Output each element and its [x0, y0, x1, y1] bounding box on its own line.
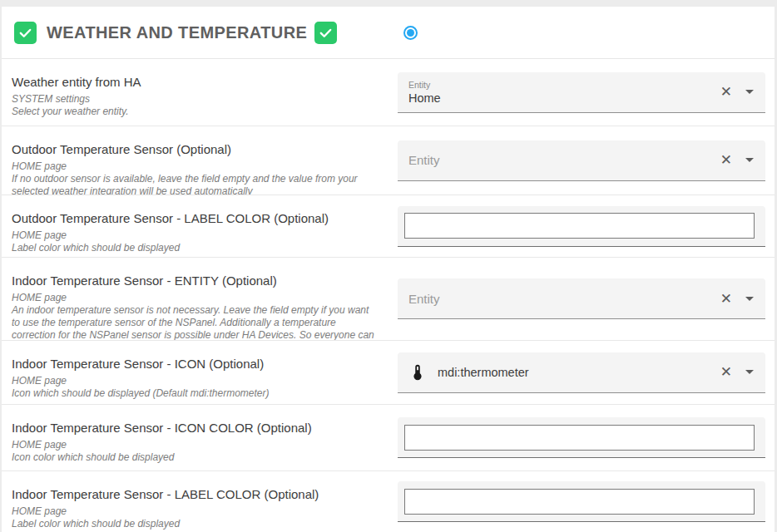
select-label: Entity [408, 80, 720, 90]
outdoor-label-color-input[interactable] [404, 213, 755, 239]
select-placeholder: Entity [408, 292, 720, 306]
row-title: Outdoor Temperature Sensor (Optional) [12, 142, 376, 156]
thermometer-icon [408, 363, 427, 382]
indoor-temp-entity-select[interactable]: Entity ✕ [398, 278, 765, 319]
row-text: Indoor Temperature Sensor - ICON (Option… [2, 341, 376, 404]
row-title: Indoor Temperature Sensor - ICON (Option… [12, 357, 376, 371]
field-area [398, 206, 765, 247]
chevron-down-icon[interactable] [745, 370, 754, 374]
section-title: WEATHER AND TEMPERATURE [47, 23, 307, 42]
indoor-temp-icon-select[interactable]: mdi:thermometer ✕ [398, 352, 765, 393]
row-text: Indoor Temperature Sensor - ICON COLOR (… [2, 405, 376, 470]
row-description: Select your weather entity. [12, 106, 376, 118]
row-title: Indoor Temperature Sensor - LABEL COLOR … [12, 487, 376, 501]
checkbox-checked-icon-right[interactable] [314, 22, 337, 44]
check-icon [18, 26, 32, 40]
row-context: HOME page [12, 439, 376, 451]
row-title: Outdoor Temperature Sensor - LABEL COLOR… [12, 211, 376, 225]
row-text: Outdoor Temperature Sensor (Optional) HO… [2, 126, 376, 195]
field-area [398, 417, 765, 458]
radio-selected-icon[interactable] [403, 26, 418, 40]
row-outdoor-temp-entity: Outdoor Temperature Sensor (Optional) HO… [2, 126, 775, 195]
settings-panel: WEATHER AND TEMPERATURE Weather entity f… [2, 7, 775, 532]
input-wrap [398, 481, 765, 522]
row-description: Icon which should be displayed (Default … [12, 387, 376, 400]
field-area: Entity ✕ [398, 140, 765, 181]
row-title: Indoor Temperature Sensor - ICON COLOR (… [12, 421, 376, 435]
clear-icon[interactable]: ✕ [720, 292, 732, 306]
row-description: Label color which should be displayed [12, 518, 376, 530]
indoor-icon-color-input[interactable] [404, 425, 755, 451]
row-indoor-label-color: Indoor Temperature Sensor - LABEL COLOR … [2, 471, 775, 532]
select-value: mdi:thermometer [438, 366, 529, 379]
clear-icon[interactable]: ✕ [720, 85, 732, 99]
row-outdoor-label-color: Outdoor Temperature Sensor - LABEL COLOR… [2, 195, 775, 258]
weather-entity-select[interactable]: Entity Home ✕ [398, 72, 765, 113]
row-context: HOME page [12, 292, 376, 304]
select-placeholder: Entity [408, 153, 720, 167]
select-text: Entity Home [408, 80, 720, 105]
row-context: HOME page [12, 505, 376, 518]
row-context: HOME page [12, 160, 376, 173]
section-header: WEATHER AND TEMPERATURE [2, 7, 775, 59]
row-description: If no outdoor sensor is available, leave… [12, 173, 376, 195]
row-text: Indoor Temperature Sensor - LABEL COLOR … [2, 471, 376, 532]
row-text: Indoor Temperature Sensor - ENTITY (Opti… [2, 258, 376, 340]
select-text: mdi:thermometer [408, 363, 720, 382]
chevron-down-icon[interactable] [745, 90, 754, 94]
radio-dot [407, 29, 414, 37]
input-wrap [398, 417, 765, 458]
row-context: HOME page [12, 229, 376, 242]
clear-icon[interactable]: ✕ [720, 365, 732, 379]
indoor-label-color-input[interactable] [404, 489, 755, 515]
field-area: Entity Home ✕ [398, 72, 765, 113]
input-wrap [398, 206, 765, 247]
select-value: Home [408, 91, 720, 105]
row-text: Weather entity from HA SYSTEM settings S… [2, 59, 376, 126]
chevron-down-icon[interactable] [745, 297, 754, 301]
row-text: Outdoor Temperature Sensor - LABEL COLOR… [2, 195, 376, 257]
chevron-down-icon[interactable] [745, 158, 754, 162]
row-context: HOME page [12, 375, 376, 387]
row-description: Label color which should be displayed [12, 242, 376, 254]
clear-icon[interactable]: ✕ [720, 153, 732, 167]
row-title: Weather entity from HA [12, 75, 376, 89]
row-indoor-temp-icon: Indoor Temperature Sensor - ICON (Option… [2, 341, 775, 405]
row-weather-entity: Weather entity from HA SYSTEM settings S… [2, 59, 775, 126]
row-title: Indoor Temperature Sensor - ENTITY (Opti… [12, 273, 376, 288]
row-description: Icon color which should be displayed [12, 451, 376, 464]
check-icon [319, 26, 333, 40]
checkbox-checked-icon-left[interactable] [14, 22, 37, 44]
row-description: An indoor temperature sensor is not nece… [12, 304, 376, 341]
field-area: mdi:thermometer ✕ [398, 352, 765, 393]
field-area [398, 481, 765, 522]
field-area: Entity ✕ [398, 278, 765, 319]
outdoor-temp-entity-select[interactable]: Entity ✕ [398, 140, 765, 181]
row-indoor-temp-entity: Indoor Temperature Sensor - ENTITY (Opti… [2, 258, 775, 341]
row-indoor-icon-color: Indoor Temperature Sensor - ICON COLOR (… [2, 405, 775, 471]
row-context: SYSTEM settings [12, 93, 376, 106]
